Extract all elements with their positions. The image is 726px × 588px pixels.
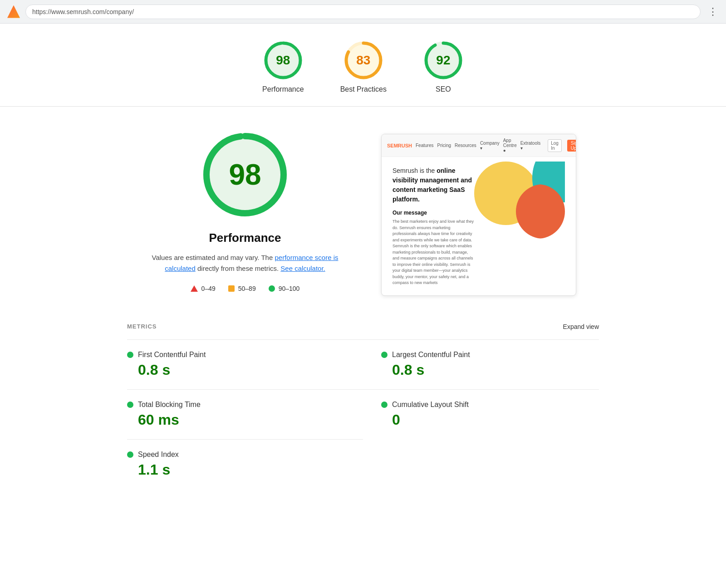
performance-label: Performance [262, 85, 304, 93]
seo-circle: 92 [423, 40, 464, 81]
si-value: 1.1 s [127, 461, 363, 478]
red-triangle-icon [191, 285, 198, 292]
website-screenshot: SEMRUSH Features Pricing Resources Compa… [381, 134, 576, 296]
calculator-link[interactable]: See calculator. [280, 265, 325, 272]
metric-si: Speed Index 1.1 s [127, 439, 363, 489]
green-circle-icon [269, 285, 275, 292]
performance-circle: 98 [263, 40, 304, 81]
desc-text-1: Values are estimated and may vary. The [152, 254, 275, 261]
url-bar[interactable]: https://www.semrush.com/company/ [25, 5, 701, 19]
score-seo[interactable]: 92 SEO [423, 40, 464, 93]
tbt-value: 60 ms [127, 412, 363, 428]
desc-text-2: directly from these metrics. [196, 265, 281, 272]
browser-bar: https://www.semrush.com/company/ ⋮ [0, 0, 726, 24]
tbt-label: Total Blocking Time [138, 401, 201, 409]
legend-red-range: 0–49 [201, 285, 216, 292]
nav-signup[interactable]: Sign Up [567, 140, 576, 152]
cls-name-row: Cumulative Layout Shift [381, 401, 599, 409]
browser-logo-icon [7, 5, 20, 18]
screenshot-subhead: Our message [392, 210, 474, 216]
lcp-label: Largest Contentful Paint [392, 351, 470, 359]
cls-label: Cumulative Layout Shift [392, 401, 469, 409]
screenshot-body: Semrush is the online visibility managem… [382, 157, 576, 295]
si-name-row: Speed Index [127, 451, 363, 459]
nav-extra: Extratools ▾ [520, 141, 540, 151]
nav-appcenter: App Centre ● [503, 138, 517, 153]
tbt-name-row: Total Blocking Time [127, 401, 363, 409]
nav-pricing: Pricing [437, 143, 451, 148]
legend: 0–49 50–89 90–100 [191, 285, 300, 292]
seo-score: 92 [436, 53, 450, 68]
lcp-status-dot [381, 352, 388, 358]
big-performance-circle: 98 [200, 129, 290, 220]
nav-features: Features [416, 143, 433, 148]
score-performance[interactable]: 98 Performance [262, 40, 304, 93]
cls-value: 0 [381, 412, 599, 428]
screenshot-headline: Semrush is the online visibility managem… [392, 166, 474, 204]
legend-green-range: 90–100 [279, 285, 300, 292]
tbt-status-dot [127, 402, 133, 408]
si-label: Speed Index [138, 451, 179, 459]
metrics-label: METRICS [127, 323, 157, 330]
left-panel: 98 Performance Values are estimated and … [127, 129, 363, 296]
performance-score: 98 [276, 53, 290, 68]
seo-label: SEO [436, 85, 451, 93]
semrush-logo: SEMRUSH [387, 143, 412, 148]
orange-square-icon [228, 285, 235, 292]
score-best-practices[interactable]: 83 Best Practices [340, 40, 387, 93]
metric-lcp: Largest Contentful Paint 0.8 s [363, 339, 599, 389]
cls-status-dot [381, 402, 388, 408]
panel-description: Values are estimated and may vary. The p… [150, 252, 340, 274]
best-practices-label: Best Practices [340, 85, 387, 93]
main-content: 98 Performance Values are estimated and … [91, 107, 635, 314]
nav-resources: Resources [455, 143, 476, 148]
legend-orange-range: 50–89 [238, 285, 256, 292]
right-panel: SEMRUSH Features Pricing Resources Compa… [381, 129, 599, 296]
legend-orange: 50–89 [228, 285, 256, 292]
nav-company: Company ▾ [480, 141, 500, 151]
metric-tbt: Total Blocking Time 60 ms [127, 389, 363, 439]
fcp-value: 0.8 s [127, 362, 363, 378]
fcp-name-row: First Contentful Paint [127, 351, 363, 359]
metrics-header: METRICS Expand view [127, 323, 599, 330]
si-status-dot [127, 451, 133, 458]
browser-menu-icon[interactable]: ⋮ [708, 6, 719, 18]
legend-red: 0–49 [191, 285, 216, 292]
best-practices-circle: 83 [343, 40, 384, 81]
fcp-status-dot [127, 352, 133, 358]
panel-title: Performance [209, 231, 281, 245]
best-practices-score: 83 [356, 53, 370, 68]
big-performance-score: 98 [229, 158, 261, 191]
screenshot-navbar: SEMRUSH Features Pricing Resources Compa… [382, 134, 576, 157]
metric-cls: Cumulative Layout Shift 0 [363, 389, 599, 439]
expand-view-button[interactable]: Expand view [563, 323, 599, 330]
screenshot-body-text: The best marketers enjoy and love what t… [392, 219, 474, 286]
lcp-value: 0.8 s [381, 362, 599, 378]
metrics-section: METRICS Expand view First Contentful Pai… [91, 314, 635, 489]
lcp-name-row: Largest Contentful Paint [381, 351, 599, 359]
metric-fcp: First Contentful Paint 0.8 s [127, 339, 363, 389]
score-header: 98 Performance 83 Best Practices 92 SEO [0, 24, 726, 107]
url-text: https://www.semrush.com/company/ [32, 8, 134, 15]
legend-green: 90–100 [269, 285, 300, 292]
metrics-grid: First Contentful Paint 0.8 s Largest Con… [127, 339, 599, 489]
fcp-label: First Contentful Paint [138, 351, 206, 359]
nav-login[interactable]: Log In [548, 139, 562, 152]
screenshot-illustration [474, 166, 565, 220]
